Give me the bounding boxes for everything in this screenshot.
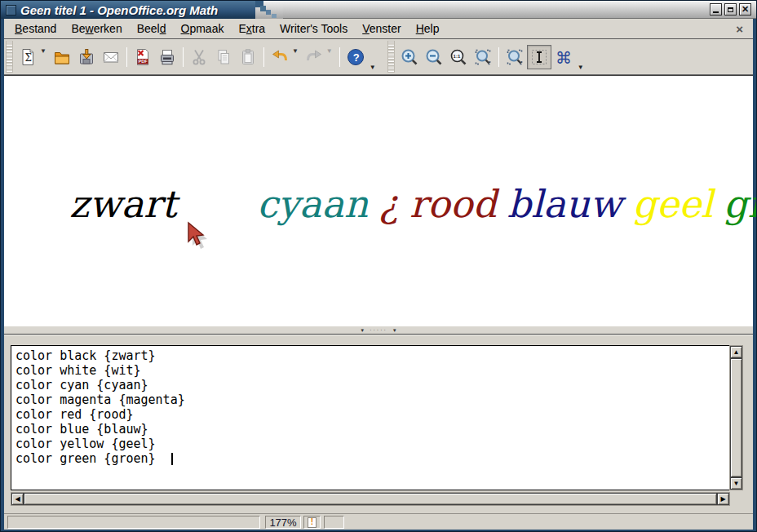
status-extra-panel [324,516,344,529]
formula-cursor-icon [529,47,549,67]
svg-text:?: ? [353,51,360,64]
formula-word: ¿ [378,182,399,227]
print-icon [157,47,177,67]
save-button[interactable] [74,45,99,69]
svg-text:⌘: ⌘ [556,48,572,67]
close-icon: ✕ [742,5,749,14]
paste-button[interactable] [236,45,260,69]
maximize-button[interactable] [724,3,737,16]
command-editor-section: color black {zwart} color white {wit} co… [4,335,753,513]
zoom-all-icon [473,47,493,67]
help-button[interactable]: ? [343,45,368,69]
toolbar-separator [498,47,499,67]
menu-item-extra[interactable]: Extra [231,20,272,37]
zoom-100-icon: 1:1 [449,47,468,67]
window-title: Geen titel 1 - OpenOffice.org Math [20,3,218,17]
formula-word: blauw [507,182,622,227]
vertical-scroll-thumb[interactable] [730,358,742,477]
zoom-level: 177% [265,516,301,529]
status-bar: 177% ! [4,513,753,530]
formula-cursor-button[interactable] [527,45,551,69]
command-text[interactable]: color black {zwart} color white {wit} co… [11,346,729,466]
title-bar-gray: ✕ [283,1,756,19]
paste-icon [238,47,258,67]
formula-word: zwart [69,182,177,227]
app-window: Geen titel 1 - OpenOffice.org Math ✕ Bes… [0,0,757,532]
toolbar-row: Σ ▼ [4,39,753,75]
undo-button[interactable] [268,45,292,69]
scroll-up-icon[interactable]: ▲ [730,346,742,358]
formula-word: rood [409,182,497,227]
email-icon [101,47,121,67]
menu-item-bewerken[interactable]: Bewerken [64,20,129,37]
title-bar: Geen titel 1 - OpenOffice.org Math ✕ [1,1,756,19]
export-pdf-button[interactable]: PDF [131,45,155,69]
cut-button[interactable] [187,45,211,69]
redo-dropdown-icon[interactable]: ▼ [326,47,333,55]
symbols-catalog-button[interactable]: ⌘ [551,45,576,69]
command-editor[interactable]: color black {zwart} color white {wit} co… [11,345,730,490]
text-caret [171,453,173,465]
formula-word: geel [632,182,713,227]
toolbar-overflow-icon[interactable]: ▼ [370,64,376,71]
status-message-panel [7,516,260,529]
zoom-all-button[interactable] [471,45,495,69]
view-splitter[interactable]: ▼·····▼ [4,326,753,335]
toolbar-grip[interactable] [387,41,395,73]
formula-view[interactable]: zwartwitcyaan¿roodblauwgeelgroen [4,75,753,326]
copy-button[interactable] [211,45,236,69]
scroll-down-icon[interactable]: ▼ [730,477,742,490]
formula-word: wit [188,182,247,227]
menu-item-venster[interactable]: Venster [355,20,409,37]
zoom-100-button[interactable]: 1:1 [446,45,471,69]
horizontal-scroll-thumb[interactable] [24,493,717,505]
mouse-pointer-icon [185,221,210,250]
menu-item-bestand[interactable]: Bestand [7,20,64,37]
close-button[interactable]: ✕ [739,3,751,16]
maximize-icon [728,7,733,12]
svg-text:Σ: Σ [25,52,32,64]
menu-item-help[interactable]: Help [409,20,447,37]
zoom-out-button[interactable] [422,45,446,69]
redo-icon [304,47,324,67]
cut-icon [189,47,209,67]
document-modified-icon: ! [308,517,317,528]
scroll-left-icon[interactable]: ◀ [11,493,24,505]
menu-bar: BestandBewerkenBeeldOpmaakExtraWriter's … [4,19,753,39]
zoom-in-button[interactable] [397,45,422,69]
update-view-button[interactable] [502,45,527,69]
open-folder-icon [52,47,72,67]
svg-text:PDF: PDF [138,59,148,64]
save-icon [77,47,96,67]
horizontal-scrollbar[interactable]: ◀ ▶ [11,492,730,506]
scroll-right-icon[interactable]: ▶ [717,493,729,505]
help-icon: ? [346,47,365,67]
toolbar-separator [126,47,127,67]
new-formula-button[interactable]: Σ [15,45,40,69]
copy-icon [214,47,233,67]
toolbar-grip[interactable] [6,41,13,73]
minimize-button[interactable] [710,3,722,16]
toolbar-overflow-icon[interactable]: ▼ [578,64,584,71]
new-dropdown-icon[interactable]: ▼ [40,47,46,55]
undo-dropdown-icon[interactable]: ▼ [292,47,299,55]
title-bar-navy: Geen titel 1 - OpenOffice.org Math [1,1,255,19]
toolbar-separator [339,47,340,67]
formula-word: groen [724,182,757,227]
new-formula-icon: Σ [18,47,38,67]
redo-button[interactable] [302,45,326,69]
keramik-decoration [255,1,283,19]
menu-item-opmaak[interactable]: Opmaak [174,20,232,37]
open-button[interactable] [50,45,74,69]
close-document-icon[interactable]: × [729,22,750,36]
app-icon[interactable] [6,5,16,16]
export-pdf-icon: PDF [133,47,153,67]
print-button[interactable] [155,45,179,69]
symbols-catalog-icon: ⌘ [554,47,573,67]
zoom-in-icon [400,47,419,67]
zoom-out-icon [424,47,444,67]
vertical-scrollbar[interactable]: ▲ ▼ [729,345,743,490]
menu-item-writer-s-tools[interactable]: Writer's Tools [272,20,355,37]
email-button[interactable] [99,45,123,69]
menu-item-beeld[interactable]: Beeld [130,20,174,37]
